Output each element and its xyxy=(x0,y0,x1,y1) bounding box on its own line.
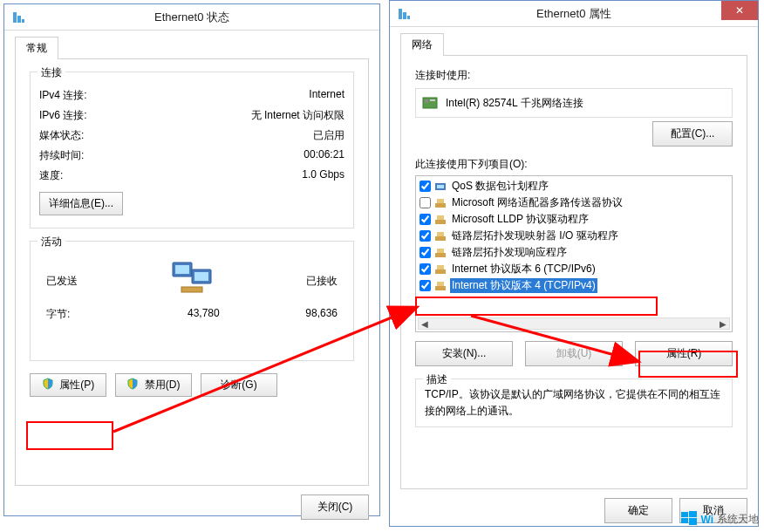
diagnose-button[interactable]: 诊断(G) xyxy=(201,373,277,397)
list-item[interactable]: Microsoft 网络适配器多路传送器协议 xyxy=(416,194,732,211)
shield-icon xyxy=(42,378,54,390)
sent-label: 已发送 xyxy=(46,274,78,289)
media-value: 已启用 xyxy=(313,128,344,143)
svg-rect-16 xyxy=(435,203,446,208)
ipv4-row: IPv4 连接: Internet xyxy=(39,88,344,103)
protocol-icon xyxy=(434,280,447,292)
list-item[interactable]: Microsoft LLDP 协议驱动程序 xyxy=(416,211,732,228)
ipv6-value: 无 Internet 访问权限 xyxy=(251,108,344,123)
properties-window: Ethernet0 属性 ✕ 网络 连接时使用: Intel(R) 82574L… xyxy=(389,0,759,527)
list-item[interactable]: Internet 协议版本 6 (TCP/IPv6) xyxy=(416,261,732,277)
item-label: 链路层拓扑发现响应程序 xyxy=(450,245,569,260)
item-label: Internet 协议版本 6 (TCP/IPv6) xyxy=(450,262,597,276)
status-titlebar: Ethernet0 状态 xyxy=(4,4,379,31)
connect-using-label: 连接时使用: xyxy=(415,68,733,83)
svg-rect-12 xyxy=(425,99,428,103)
props-titlebar: Ethernet0 属性 ✕ xyxy=(390,1,758,27)
description-group: 描述 TCP/IP。该协议是默认的广域网络协议，它提供在不同的相互连接的网络上的… xyxy=(415,379,733,427)
item-checkbox[interactable] xyxy=(420,197,431,208)
svg-rect-23 xyxy=(437,249,444,253)
disable-button[interactable]: 禁用(D) xyxy=(115,373,192,397)
properties-button[interactable]: 属性(P) xyxy=(30,373,106,397)
protocol-icon xyxy=(434,247,447,259)
item-label: Internet 协议版本 4 (TCP/IPv4) xyxy=(450,278,597,293)
watermark-brand: Wi xyxy=(700,514,713,526)
tab-general[interactable]: 常规 xyxy=(15,37,58,59)
list-item[interactable]: QoS 数据包计划程序 xyxy=(416,178,732,194)
item-checkbox[interactable] xyxy=(420,230,431,242)
bytes-row: 字节: 43,780 98,636 xyxy=(39,307,344,322)
item-label: Microsoft 网络适配器多路传送器协议 xyxy=(450,195,624,210)
svg-rect-31 xyxy=(689,511,697,517)
svg-rect-27 xyxy=(437,282,444,286)
svg-rect-18 xyxy=(435,220,446,224)
uninstall-button: 卸载(U) xyxy=(525,341,623,366)
svg-rect-24 xyxy=(435,269,446,274)
status-window: Ethernet0 状态 常规 连接 IPv4 连接: Internet IPv… xyxy=(3,3,380,516)
action-buttons: 属性(P) 禁用(D) 诊断(G) xyxy=(30,373,354,397)
activity-visual: 已发送 已接收 xyxy=(46,261,338,302)
item-checkbox[interactable] xyxy=(420,181,431,192)
ipv4-value: Internet xyxy=(309,88,344,103)
svg-rect-21 xyxy=(437,232,444,236)
props-title: Ethernet0 属性 xyxy=(390,6,758,22)
ipv6-label: IPv6 连接: xyxy=(39,108,87,123)
details-button[interactable]: 详细信息(E)... xyxy=(39,192,123,215)
status-footer: 关闭(C) xyxy=(15,494,369,520)
svg-rect-13 xyxy=(430,99,435,101)
adapter-row: Intel(R) 82574L 千兆网络连接 xyxy=(415,88,733,118)
bytes-label: 字节: xyxy=(46,307,70,322)
disable-button-label: 禁用(D) xyxy=(145,379,181,391)
duration-row: 持续时间: 00:06:21 xyxy=(39,148,344,163)
connection-group: 连接 IPv4 连接: Internet IPv6 连接: 无 Internet… xyxy=(30,72,354,228)
scroll-right-icon[interactable]: ▶ xyxy=(719,319,727,329)
item-checkbox[interactable] xyxy=(420,263,431,275)
list-item[interactable]: Internet 协议版本 4 (TCP/IPv4) xyxy=(416,277,732,294)
item-checkbox[interactable] xyxy=(420,214,431,225)
configure-button[interactable]: 配置(C)... xyxy=(652,121,733,147)
item-label: Microsoft LLDP 协议驱动程序 xyxy=(450,212,590,227)
speed-row: 速度: 1.0 Gbps xyxy=(39,168,344,183)
speed-label: 速度: xyxy=(39,168,63,183)
ipv4-label: IPv4 连接: xyxy=(39,88,87,103)
item-checkbox[interactable] xyxy=(420,280,431,291)
windows-logo-icon xyxy=(681,510,697,529)
item-properties-button[interactable]: 属性(R) xyxy=(635,341,733,366)
speed-value: 1.0 Gbps xyxy=(302,168,344,183)
horizontal-scrollbar[interactable]: ◀ ▶ xyxy=(418,317,730,330)
tab-network-content: 连接时使用: Intel(R) 82574L 千兆网络连接 配置(C)... 此… xyxy=(400,55,747,489)
protocol-icon xyxy=(434,230,447,242)
tab-network[interactable]: 网络 xyxy=(400,33,444,56)
sent-bytes: 43,780 xyxy=(70,307,305,322)
component-icon xyxy=(434,181,447,193)
svg-rect-30 xyxy=(681,512,688,517)
install-button[interactable]: 安装(N)... xyxy=(415,341,513,366)
adapter-name: Intel(R) 82574L 千兆网络连接 xyxy=(446,96,583,111)
scroll-left-icon[interactable]: ◀ xyxy=(420,319,429,329)
close-icon: ✕ xyxy=(735,4,744,17)
svg-rect-15 xyxy=(437,185,444,188)
item-checkbox[interactable] xyxy=(420,247,431,258)
activity-legend: 活动 xyxy=(38,235,65,249)
properties-button-label: 属性(P) xyxy=(59,379,94,391)
list-item[interactable]: 链路层拓扑发现响应程序 xyxy=(416,244,732,261)
svg-rect-22 xyxy=(435,253,446,257)
ok-button[interactable]: 确定 xyxy=(604,498,672,523)
items-label: 此连接使用下列项目(O): xyxy=(415,157,733,172)
list-item[interactable]: 链路层拓扑发现映射器 I/O 驱动程序 xyxy=(416,228,732,244)
svg-rect-32 xyxy=(681,518,688,523)
connection-legend: 连接 xyxy=(38,65,65,80)
items-listbox[interactable]: QoS 数据包计划程序Microsoft 网络适配器多路传送器协议Microso… xyxy=(415,175,733,332)
svg-rect-33 xyxy=(689,518,697,525)
item-label: QoS 数据包计划程序 xyxy=(450,179,550,194)
item-label: 链路层拓扑发现映射器 I/O 驱动程序 xyxy=(450,228,620,243)
watermark-site: 系统天地 xyxy=(717,512,759,527)
item-action-buttons: 安装(N)... 卸载(U) 属性(R) xyxy=(415,341,733,366)
close-window-button[interactable]: ✕ xyxy=(721,1,758,20)
props-body: 网络 连接时使用: Intel(R) 82574L 千兆网络连接 配置(C)..… xyxy=(390,27,758,532)
svg-rect-26 xyxy=(435,286,446,290)
close-button[interactable]: 关闭(C) xyxy=(301,494,369,520)
shield-icon xyxy=(126,378,139,390)
description-legend: 描述 xyxy=(423,372,451,387)
duration-value: 00:06:21 xyxy=(304,148,344,163)
